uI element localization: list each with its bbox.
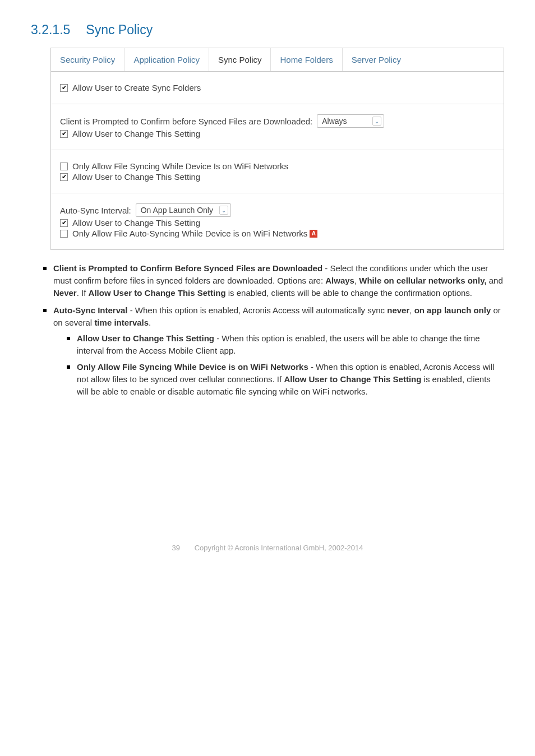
tab-sync-policy[interactable]: Sync Policy	[209, 48, 271, 71]
text: and	[487, 276, 503, 285]
text-bold: Auto-Sync Interval	[53, 305, 128, 315]
checkbox-allow-create-sync-folders[interactable]	[60, 84, 68, 92]
text-bold: Only Allow File Syncing While Device is …	[77, 362, 308, 372]
text-bold: Client is Prompted to Confirm Before Syn…	[53, 263, 322, 273]
tabs-row: Security Policy Application Policy Sync …	[51, 48, 504, 72]
label-only-wifi-autosync: Only Allow File Auto-Syncing While Devic…	[72, 229, 307, 238]
text-bold: Never	[53, 288, 77, 298]
text-bold: time intervals	[94, 318, 149, 327]
chevron-down-icon: ⌄	[219, 206, 228, 215]
section-title: Sync Policy	[86, 22, 153, 37]
chevron-down-icon: ⌄	[372, 117, 381, 126]
text-bold: Always	[325, 276, 354, 285]
tab-server-policy[interactable]: Server Policy	[343, 48, 410, 71]
checkbox-allow-change-wifi[interactable]	[60, 173, 68, 181]
page-number: 39	[172, 544, 180, 552]
copyright-text: Copyright © Acronis International GmbH, …	[195, 544, 363, 552]
label-only-wifi-sync: Only Allow File Syncing While Device Is …	[72, 161, 288, 171]
select-confirm-condition[interactable]: Always ⌄	[317, 114, 384, 128]
text: .	[149, 318, 151, 327]
section-auto-sync: Auto-Sync Interval: On App Launch Only ⌄…	[51, 193, 504, 249]
tab-application-policy[interactable]: Application Policy	[124, 48, 209, 71]
sub-bullet-wifi-only: Only Allow File Syncing While Device is …	[64, 361, 504, 397]
text: is enabled, clients will be able to chan…	[226, 288, 472, 298]
tab-home-folders[interactable]: Home Folders	[271, 48, 342, 71]
label-allow-change-confirm: Allow User to Change This Setting	[72, 129, 200, 138]
text-bold: on app launch only	[414, 305, 491, 315]
select-auto-sync-interval[interactable]: On App Launch Only ⌄	[136, 203, 231, 217]
section-confirm-download: Client is Prompted to Confirm before Syn…	[51, 104, 504, 150]
checkbox-only-wifi-autosync[interactable]	[60, 230, 68, 238]
text: - When this option is enabled, Acronis A…	[128, 305, 388, 315]
sub-bullet-list: Allow User to Change This Setting - When…	[53, 332, 504, 398]
text: . If	[77, 288, 89, 298]
text-bold: never	[387, 305, 409, 315]
select-confirm-value: Always	[322, 117, 347, 126]
label-confirm-before-download: Client is Prompted to Confirm before Syn…	[60, 117, 312, 126]
section-heading: 3.2.1.5Sync Policy	[31, 22, 504, 38]
select-auto-sync-value: On App Launch Only	[141, 206, 213, 215]
text-bold: Allow User to Change This Setting	[77, 333, 214, 343]
section-number: 3.2.1.5	[31, 22, 70, 37]
page-footer: 39 Copyright © Acronis International Gmb…	[31, 544, 504, 552]
section-allow-create: Allow User to Create Sync Folders	[51, 72, 504, 104]
settings-panel: Security Policy Application Policy Sync …	[50, 48, 504, 250]
text-bold: Allow User to Change This Setting	[284, 374, 421, 384]
text-bold: Allow User to Change This Setting	[89, 288, 226, 298]
checkbox-allow-change-confirm[interactable]	[60, 130, 68, 138]
text-bold: While on cellular networks only,	[359, 276, 486, 285]
tab-security-policy[interactable]: Security Policy	[51, 48, 124, 71]
description-list: Client is Prompted to Confirm Before Syn…	[31, 262, 504, 398]
label-allow-change-autosync: Allow User to Change This Setting	[72, 218, 200, 228]
label-allow-change-wifi: Allow User to Change This Setting	[72, 172, 200, 182]
sub-bullet-allow-change: Allow User to Change This Setting - When…	[64, 332, 504, 357]
bullet-auto-sync: Auto-Sync Interval - When this option is…	[41, 304, 504, 397]
label-auto-sync-interval: Auto-Sync Interval:	[60, 206, 131, 215]
checkbox-only-wifi-sync[interactable]	[60, 163, 68, 170]
bullet-confirm-download: Client is Prompted to Confirm Before Syn…	[41, 262, 504, 299]
section-wifi-only: Only Allow File Syncing While Device Is …	[51, 150, 504, 193]
text: ,	[409, 305, 414, 315]
acronis-badge-icon: A	[310, 230, 317, 238]
checkbox-allow-change-autosync[interactable]	[60, 219, 68, 227]
label-allow-create-sync-folders: Allow User to Create Sync Folders	[72, 83, 201, 92]
